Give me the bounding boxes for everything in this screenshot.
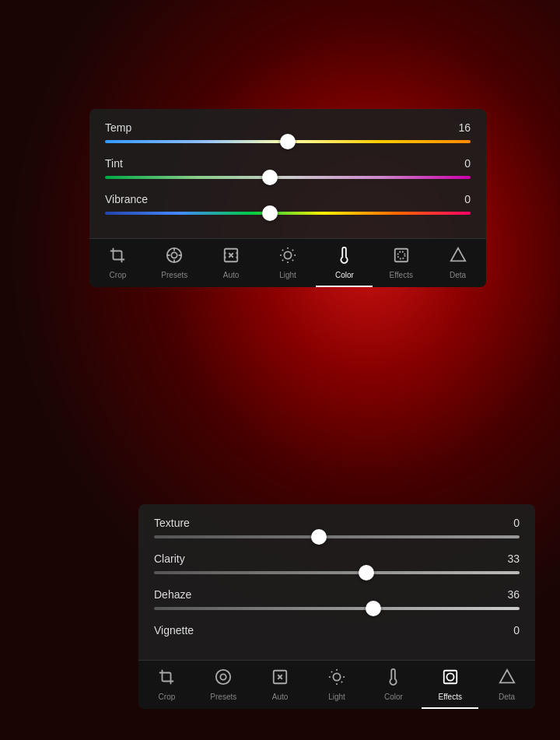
presets-icon	[166, 247, 183, 268]
bottom-effects-icon	[442, 668, 459, 689]
temp-label: Temp	[105, 121, 131, 134]
vignette-slider-row: Vignette 0	[154, 624, 520, 637]
svg-line-11	[292, 260, 293, 261]
svg-line-14	[282, 260, 283, 261]
clarity-label: Clarity	[154, 552, 185, 565]
effects-sliders-area: Texture 0 Clarity 33 Dehaze 36	[138, 504, 535, 660]
clarity-value: 33	[507, 552, 520, 565]
toolbar-item-crop[interactable]: Crop	[89, 239, 146, 287]
auto-label: Auto	[223, 271, 240, 279]
svg-marker-31	[499, 670, 513, 683]
texture-slider-row: Texture 0	[154, 517, 520, 538]
temp-value: 16	[458, 121, 471, 134]
dehaze-thumb[interactable]	[366, 601, 381, 616]
tint-track[interactable]	[105, 176, 471, 179]
temp-thumb[interactable]	[280, 134, 296, 149]
bottom-detail-icon	[499, 668, 516, 689]
clarity-thumb[interactable]	[359, 565, 374, 580]
dehaze-track[interactable]	[154, 607, 520, 610]
clarity-slider-row: Clarity 33	[154, 552, 520, 574]
svg-point-19	[216, 670, 230, 684]
clarity-track[interactable]	[154, 571, 520, 574]
dehaze-value: 36	[507, 588, 520, 601]
detail-label: Deta	[450, 271, 466, 279]
color-label: Color	[335, 271, 354, 279]
svg-point-30	[446, 673, 453, 680]
color-panel: Temp 16 Tint 0 Vibrance 0	[89, 109, 486, 287]
vibrance-value: 0	[464, 193, 471, 205]
toolbar-item-light[interactable]: Light	[260, 239, 317, 287]
svg-rect-29	[443, 671, 457, 684]
bottom-presets-label: Presets	[210, 693, 236, 701]
vibrance-label: Vibrance	[105, 193, 148, 205]
vibrance-track[interactable]	[105, 212, 471, 215]
light-icon	[279, 247, 296, 268]
bottom-toolbar-item-effects[interactable]: Effects	[422, 661, 478, 709]
bottom-light-icon	[328, 668, 345, 689]
light-label: Light	[279, 271, 296, 279]
color-sliders-area: Temp 16 Tint 0 Vibrance 0	[89, 109, 486, 238]
effects-panel: Texture 0 Clarity 33 Dehaze 36	[138, 504, 535, 709]
bottom-toolbar-item-light[interactable]: Light	[309, 661, 366, 709]
tint-thumb[interactable]	[262, 170, 278, 185]
bottom-toolbar-item-color[interactable]: Color	[365, 661, 422, 709]
bottom-presets-icon	[215, 668, 232, 689]
color-icon	[336, 247, 353, 268]
top-toolbar: Crop Presets	[89, 238, 486, 287]
svg-line-26	[341, 682, 342, 682]
texture-label: Texture	[154, 517, 190, 529]
svg-point-17	[397, 251, 404, 258]
vibrance-thumb[interactable]	[262, 205, 278, 221]
toolbar-item-color[interactable]: Color	[316, 239, 373, 287]
tint-slider-row: Tint 0	[105, 157, 471, 179]
bottom-auto-label: Auto	[272, 693, 289, 701]
vibrance-slider-row: Vibrance 0	[105, 193, 471, 215]
bottom-auto-icon	[271, 668, 289, 689]
dehaze-slider-row: Dehaze 36	[154, 588, 520, 610]
bottom-detail-label: Deta	[499, 693, 515, 701]
svg-line-15	[292, 250, 293, 251]
toolbar-item-detail[interactable]: Deta	[429, 239, 486, 287]
svg-line-10	[282, 250, 283, 251]
svg-marker-18	[450, 248, 464, 261]
svg-point-7	[284, 251, 291, 258]
bottom-effects-label: Effects	[439, 693, 462, 701]
bottom-toolbar-item-auto[interactable]: Auto	[252, 661, 309, 709]
presets-label: Presets	[161, 271, 187, 279]
toolbar-item-effects[interactable]: Effects	[373, 239, 429, 287]
toolbar-item-presets[interactable]: Presets	[146, 239, 203, 287]
bottom-light-label: Light	[328, 693, 345, 701]
bottom-color-icon	[385, 668, 402, 689]
svg-point-22	[333, 673, 340, 680]
dehaze-label: Dehaze	[154, 588, 191, 601]
bottom-color-label: Color	[384, 693, 403, 701]
bottom-toolbar: Crop Presets Auto	[138, 660, 535, 709]
effects-icon	[393, 247, 410, 268]
detail-icon	[450, 247, 467, 268]
bottom-crop-label: Crop	[159, 693, 176, 701]
texture-thumb[interactable]	[311, 529, 327, 545]
bottom-toolbar-item-crop[interactable]: Crop	[138, 661, 195, 709]
vignette-value: 0	[513, 624, 520, 637]
svg-point-1	[172, 252, 177, 258]
vignette-label: Vignette	[154, 624, 194, 637]
bottom-toolbar-item-presets[interactable]: Presets	[195, 661, 252, 709]
effects-label: Effects	[390, 271, 413, 279]
crop-icon	[109, 247, 126, 268]
texture-track[interactable]	[154, 535, 520, 538]
bottom-crop-icon	[158, 668, 175, 689]
temp-track[interactable]	[105, 140, 471, 143]
svg-line-25	[331, 672, 332, 672]
auto-icon	[222, 247, 240, 268]
crop-label: Crop	[110, 271, 127, 279]
tint-value: 0	[464, 157, 471, 170]
tint-label: Tint	[105, 157, 123, 170]
texture-value: 0	[513, 517, 520, 529]
temp-slider-row: Temp 16	[105, 121, 471, 143]
toolbar-item-auto[interactable]: Auto	[203, 239, 260, 287]
bottom-toolbar-item-detail[interactable]: Deta	[478, 661, 535, 709]
svg-point-20	[221, 674, 226, 679]
svg-rect-16	[394, 249, 408, 262]
